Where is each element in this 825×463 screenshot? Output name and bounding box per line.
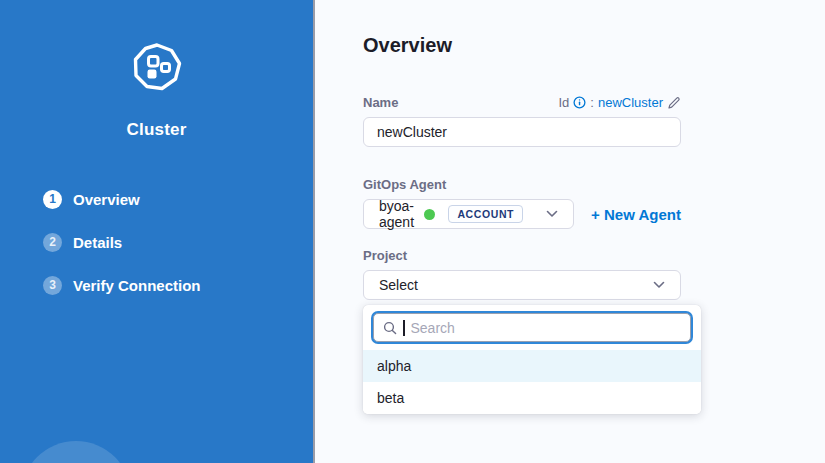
text-caret	[403, 320, 405, 336]
step-label: Details	[73, 234, 122, 251]
agent-select-value: byoa-agent	[379, 198, 424, 230]
project-dropdown-panel: alpha beta	[363, 305, 701, 414]
project-option-alpha[interactable]: alpha	[363, 350, 701, 382]
agent-row: byoa-agent ACCOUNT + New Agent	[363, 199, 681, 229]
sidebar-decorative-circle	[21, 441, 131, 463]
step-number-badge: 1	[43, 190, 62, 209]
gitops-agent-field: GitOps Agent byoa-agent ACCOUNT + Ne	[363, 177, 681, 229]
wizard-title: Cluster	[0, 120, 313, 140]
cluster-icon	[131, 78, 183, 95]
id-value-link[interactable]: newCluster	[598, 95, 663, 110]
overview-form: Name Id : newCluster	[363, 95, 681, 300]
brand-block: Cluster	[0, 0, 313, 140]
search-icon	[383, 321, 397, 335]
identifier-line: Id : newCluster	[559, 95, 682, 110]
overview-step-panel: Overview Name Id : newCluster	[315, 0, 825, 463]
project-select[interactable]: Select	[363, 270, 681, 300]
step-overview[interactable]: 1 Overview	[43, 189, 313, 209]
name-label-row: Name Id : newCluster	[363, 95, 681, 110]
name-label: Name	[363, 95, 398, 110]
step-label: Overview	[73, 191, 140, 208]
project-select-value: Select	[379, 277, 418, 293]
gitops-agent-select[interactable]: byoa-agent ACCOUNT	[363, 199, 574, 229]
cluster-wizard-dialog: Cluster 1 Overview 2 Details 3 Verify Co…	[0, 0, 825, 463]
dropdown-search-box[interactable]	[373, 313, 691, 342]
new-agent-link[interactable]: + New Agent	[591, 206, 681, 223]
project-field: Project Select	[363, 248, 681, 300]
chevron-down-icon	[653, 281, 665, 289]
step-number-badge: 3	[43, 276, 62, 295]
project-label: Project	[363, 248, 681, 263]
project-option-beta[interactable]: beta	[363, 382, 701, 414]
id-prefix: Id	[559, 95, 570, 110]
step-label: Verify Connection	[73, 277, 201, 294]
wizard-sidebar: Cluster 1 Overview 2 Details 3 Verify Co…	[0, 0, 315, 463]
page-title: Overview	[363, 34, 825, 57]
edit-id-icon[interactable]	[667, 96, 681, 110]
name-input[interactable]	[363, 117, 681, 147]
id-separator: :	[590, 95, 594, 110]
wizard-steps: 1 Overview 2 Details 3 Verify Connection	[0, 189, 313, 295]
info-icon[interactable]	[573, 96, 586, 109]
step-verify-connection[interactable]: 3 Verify Connection	[43, 275, 313, 295]
step-details[interactable]: 2 Details	[43, 232, 313, 252]
agent-health-dot	[424, 209, 435, 220]
agent-scope-badge: ACCOUNT	[448, 205, 523, 223]
gitops-agent-label: GitOps Agent	[363, 177, 681, 192]
dropdown-search-input[interactable]	[411, 320, 682, 336]
step-number-badge: 2	[43, 233, 62, 252]
chevron-down-icon	[546, 210, 558, 218]
project-dropdown-wrap: Select	[363, 270, 681, 300]
